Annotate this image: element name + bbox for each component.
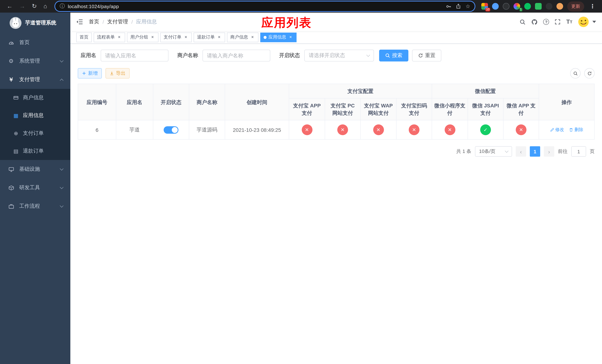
sidebar-collapse-icon[interactable]	[76, 19, 83, 25]
tab-user-group[interactable]: 用户分组×	[127, 32, 159, 42]
close-tab-icon[interactable]: ×	[117, 35, 122, 40]
pagination: 共 1 条 10条/页 ‹ 1 › 前往 页	[78, 146, 595, 157]
close-tab-icon[interactable]: ×	[183, 35, 188, 40]
sidebar-item-system[interactable]: ⚙ 系统管理	[0, 52, 70, 70]
yen-icon: ￥	[7, 76, 15, 83]
share-icon[interactable]	[456, 4, 461, 9]
enabled-toggle[interactable]	[164, 126, 178, 133]
url-text[interactable]: localhost:1024/pay/app	[68, 3, 119, 9]
search-button[interactable]: 搜索	[379, 50, 408, 62]
breadcrumb-payment[interactable]: 支付管理	[107, 19, 128, 25]
font-size-icon[interactable]: TT	[566, 19, 572, 25]
extension-icon-2[interactable]	[492, 3, 499, 10]
page-info-icon[interactable]: ⓘ	[60, 3, 65, 10]
breadcrumb-separator: /	[131, 19, 133, 25]
tab-label: 商户信息	[230, 34, 248, 40]
sidebar-item-pay-order[interactable]: ⊕ 支付订单	[0, 124, 70, 142]
tab-label: 支付订单	[164, 34, 182, 40]
refresh-table-button[interactable]	[584, 68, 595, 78]
breadcrumb: 首页 / 支付管理 / 应用信息	[89, 19, 157, 25]
sidebar-item-label: 支付订单	[23, 130, 44, 137]
close-tab-icon[interactable]: ×	[288, 35, 293, 40]
status-select[interactable]: 请选择开启状态	[304, 50, 374, 62]
alipay-wap-status-icon: ✕	[373, 124, 384, 135]
tab-merchant-info[interactable]: 商户信息×	[227, 32, 258, 42]
sidebar-logo-row[interactable]: 芋道管理系统	[0, 13, 70, 33]
extension-icon-7[interactable]	[546, 3, 552, 10]
extension-icon-1[interactable]: 10	[481, 3, 488, 10]
sidebar-item-merchant-info[interactable]: 商户信息	[0, 89, 70, 107]
goto-label: 前往	[558, 148, 568, 155]
back-icon[interactable]: ←	[7, 3, 13, 9]
add-button[interactable]: 新增	[78, 68, 102, 78]
circle-plus-icon: ⊕	[13, 130, 19, 136]
wechat-app-status-icon: ✕	[516, 124, 527, 135]
sidebar-item-app-info[interactable]: ▦ 应用信息	[0, 107, 70, 124]
tab-process-form[interactable]: 流程表单×	[94, 32, 125, 42]
monitor-icon	[7, 166, 15, 172]
app-title: 芋道管理系统	[25, 20, 56, 26]
home-icon[interactable]: ⌂	[43, 3, 47, 9]
sidebar-item-workflow[interactable]: 工作流程	[0, 197, 70, 215]
sidebar-item-home[interactable]: 首页	[0, 33, 70, 52]
chrome-update-button[interactable]: 更新	[567, 1, 584, 11]
forward-icon[interactable]: →	[19, 3, 25, 9]
col-header-merchant: 商户名称	[189, 84, 225, 120]
chevron-up-icon	[60, 78, 64, 82]
current-page-button[interactable]: 1	[530, 146, 540, 157]
sidebar-item-infra[interactable]: 基础设施	[0, 160, 70, 179]
github-icon[interactable]	[531, 19, 538, 25]
tab-refund-order[interactable]: 退款订单×	[194, 32, 225, 42]
tab-pay-order[interactable]: 支付订单×	[160, 32, 192, 42]
cell-merchant: 芋道源码	[189, 120, 225, 139]
cell-create-time: 2021-10-23 08:49:25	[225, 120, 289, 139]
alipay-pc-status-icon: ✕	[337, 124, 348, 135]
extension-icon-3[interactable]	[503, 3, 509, 10]
page-size-value: 10条/页	[479, 148, 495, 155]
breadcrumb-current: 应用信息	[136, 19, 157, 25]
extension-icon-5[interactable]	[524, 3, 531, 10]
sidebar-item-payment[interactable]: ￥ 支付管理	[0, 70, 70, 89]
delete-link[interactable]: 删除	[569, 127, 583, 133]
goto-page-input[interactable]	[571, 146, 586, 157]
prev-page-button[interactable]: ‹	[516, 146, 526, 157]
top-navbar: 首页 / 支付管理 / 应用信息 应用列表 ? TT	[70, 13, 602, 31]
extension-icon-6[interactable]	[535, 3, 542, 10]
avatar-caret-icon[interactable]	[592, 21, 596, 23]
address-bar[interactable]: ⓘ localhost:1024/pay/app ☆	[55, 1, 475, 11]
alipay-app-status-icon: ✕	[301, 124, 312, 135]
sidebar-item-refund-order[interactable]: ▤ 退款订单	[0, 142, 70, 160]
extension-icon-4[interactable]: 1	[514, 3, 520, 10]
table-row: 6 芋道 芋道源码 2021-10-23 08:49:25 ✕ ✕ ✕ ✕ ✕ …	[78, 120, 594, 139]
sidebar-item-label: 研发工具	[19, 184, 40, 191]
export-button[interactable]: 导出	[106, 68, 129, 78]
sidebar-item-dev-tools[interactable]: 研发工具	[0, 179, 70, 197]
help-icon[interactable]: ?	[543, 19, 549, 25]
next-page-button[interactable]: ›	[544, 146, 554, 157]
add-button-label: 新增	[88, 70, 98, 77]
password-key-icon[interactable]	[446, 3, 452, 9]
browser-menu-icon[interactable]: ⋮	[588, 3, 597, 10]
page-size-select[interactable]: 10条/页	[475, 146, 512, 157]
user-avatar[interactable]	[578, 16, 589, 27]
sidebar-menu: 首页 ⚙ 系统管理 ￥ 支付管理 商户信息	[0, 33, 70, 215]
edit-link[interactable]: 修改	[550, 127, 564, 133]
close-tab-icon[interactable]: ×	[250, 35, 255, 40]
extension-icon-8[interactable]	[557, 3, 563, 10]
search-icon[interactable]	[520, 19, 526, 25]
tab-app-info[interactable]: 应用信息×	[260, 32, 297, 42]
fullscreen-icon[interactable]	[555, 19, 561, 25]
reset-button[interactable]: 重置	[412, 50, 441, 62]
tab-label: 首页	[80, 34, 88, 40]
app-name-input[interactable]	[101, 50, 168, 62]
toggle-search-button[interactable]	[570, 68, 580, 78]
breadcrumb-home[interactable]: 首页	[89, 19, 99, 25]
close-tab-icon[interactable]: ×	[216, 35, 222, 40]
close-tab-icon[interactable]: ×	[150, 35, 155, 40]
bookmark-star-icon[interactable]: ☆	[466, 3, 470, 9]
tab-home[interactable]: 首页	[76, 32, 92, 42]
sidebar: 芋道管理系统 首页 ⚙ 系统管理 ￥ 支付管理	[0, 13, 70, 364]
merchant-name-input[interactable]	[203, 50, 270, 62]
edit-link-label: 修改	[555, 127, 564, 133]
reload-icon[interactable]: ↻	[32, 3, 37, 9]
